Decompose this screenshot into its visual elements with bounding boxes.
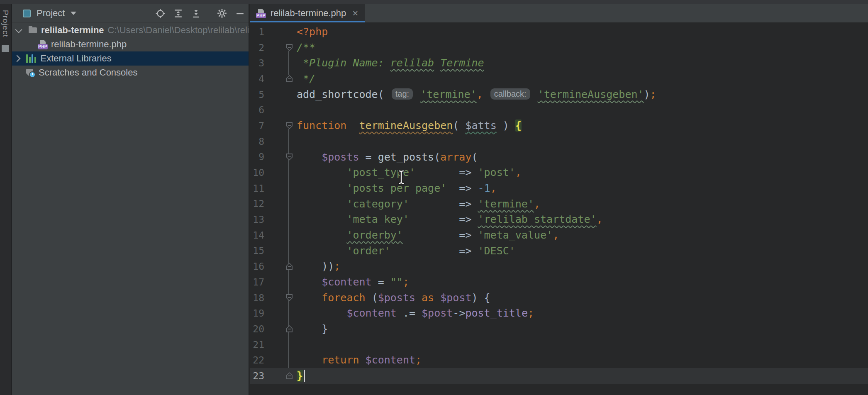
code-line-9[interactable]: 9 $posts = get_posts(array(: [250, 149, 868, 165]
line-number[interactable]: 9: [250, 151, 265, 162]
line-number[interactable]: 7: [250, 120, 265, 131]
code-line-3[interactable]: 3 *Plugin Name: relilab Termine: [250, 55, 868, 71]
close-tab-icon[interactable]: ×: [352, 8, 358, 18]
line-number[interactable]: 12: [250, 198, 265, 209]
gutter-fold-slot: [265, 368, 297, 384]
line-number[interactable]: 23: [250, 371, 265, 381]
line-number[interactable]: 22: [250, 355, 265, 366]
gutter-fold-slot: [265, 305, 297, 321]
code-line-10[interactable]: 10 'post_type' => 'post',: [250, 165, 868, 180]
code-line-19[interactable]: 19 $content .= $post->post_title;: [250, 305, 868, 321]
tree-item-project-root[interactable]: relilab-termine C:\Users\Daniel\Desktop\…: [12, 23, 249, 37]
settings-gear-icon[interactable]: [217, 8, 227, 19]
line-number[interactable]: 17: [250, 277, 265, 288]
code-text: add_shortcode( tag: 'termine', callback:…: [297, 87, 656, 102]
line-number[interactable]: 19: [250, 308, 265, 319]
project-tree: relilab-termine C:\Users\Daniel\Desktop\…: [12, 23, 249, 80]
line-number[interactable]: 2: [250, 42, 265, 53]
code-line-13[interactable]: 13 'meta_key' => 'relilab_startdate',: [250, 212, 868, 227]
tree-item-external-libraries[interactable]: External Libraries: [12, 51, 249, 66]
code-text: */: [297, 71, 315, 87]
code-line-15[interactable]: 15 'order' => 'DESC': [250, 243, 868, 259]
code-line-7[interactable]: 7function termineAusgeben( $atts ) {: [250, 118, 868, 134]
code-text: function termineAusgeben( $atts ) {: [297, 118, 522, 134]
line-number[interactable]: 3: [250, 58, 265, 68]
libraries-icon: [26, 54, 36, 63]
gutter-fold-slot: [265, 321, 297, 337]
code-text: }: [297, 321, 328, 337]
code-text: 'post_type' => 'post',: [297, 165, 522, 180]
line-number[interactable]: 4: [250, 73, 265, 84]
code-text: 'order' => 'DESC': [297, 243, 515, 259]
editor-tab-bar: PHP relilab-termine.php ×: [250, 4, 868, 23]
line-number[interactable]: 1: [250, 27, 265, 37]
line-number[interactable]: 18: [250, 293, 265, 303]
line-number[interactable]: 10: [250, 167, 265, 178]
tree-item-label: External Libraries: [41, 53, 112, 64]
fold-marker-end[interactable]: [286, 75, 293, 82]
code-line-11[interactable]: 11 'posts_per_page' => -1,: [250, 180, 868, 196]
line-number[interactable]: 5: [250, 89, 265, 100]
line-number[interactable]: 6: [250, 105, 265, 115]
tree-item-php-file[interactable]: PHP relilab-termine.php: [12, 37, 249, 51]
gutter-fold-slot: [265, 337, 297, 353]
line-number[interactable]: 20: [250, 324, 265, 334]
fold-marker-end[interactable]: [286, 325, 293, 332]
code-line-20[interactable]: 20 }: [250, 321, 868, 337]
code-line-2[interactable]: 2/**: [250, 40, 868, 56]
mouse-cursor-ibeam: [397, 169, 405, 187]
collapse-all-icon[interactable]: [191, 8, 201, 19]
chevron-right-icon[interactable]: [14, 55, 21, 62]
tool-window-icon[interactable]: [2, 45, 9, 52]
gutter-fold-slot: [265, 274, 297, 290]
line-number[interactable]: 15: [250, 245, 265, 256]
chevron-down-icon[interactable]: [71, 12, 76, 15]
gutter-fold-slot: [265, 180, 297, 196]
expand-all-icon[interactable]: [173, 8, 183, 19]
gutter-fold-slot: [265, 243, 297, 259]
fold-marker-start[interactable]: [286, 294, 293, 301]
tree-item-scratches[interactable]: Scratches and Consoles: [12, 66, 249, 80]
gutter-fold-slot: [265, 258, 297, 274]
line-number[interactable]: 8: [250, 136, 265, 147]
fold-marker-end[interactable]: [286, 372, 293, 379]
scratches-icon: [26, 69, 35, 77]
editor-tab-active[interactable]: PHP relilab-termine.php ×: [250, 4, 365, 22]
line-number[interactable]: 13: [250, 214, 265, 225]
fold-marker-start[interactable]: [286, 44, 293, 51]
editor-area: PHP relilab-termine.php × 1<?php2/**3 *P…: [250, 4, 868, 395]
code-line-4[interactable]: 4 */: [250, 71, 868, 87]
tree-item-label: Scratches and Consoles: [39, 67, 137, 78]
code-text: ));: [297, 258, 340, 274]
select-opened-file-icon[interactable]: [155, 8, 166, 19]
line-number[interactable]: 16: [250, 261, 265, 272]
gutter-fold-slot: [265, 196, 297, 212]
code-text: }: [297, 368, 305, 384]
line-number[interactable]: 11: [250, 183, 265, 194]
line-number[interactable]: 14: [250, 230, 265, 241]
code-line-14[interactable]: 14 'orderby' => 'meta_value',: [250, 227, 868, 243]
tree-item-label: relilab-termine: [41, 25, 104, 36]
code-line-1[interactable]: 1<?php: [250, 24, 868, 40]
gutter-fold-slot: [265, 352, 297, 368]
code-line-16[interactable]: 16 ));: [250, 258, 868, 274]
code-line-22[interactable]: 22 return $content;: [250, 352, 868, 368]
fold-marker-start[interactable]: [286, 122, 293, 129]
code-line-6[interactable]: 6: [250, 102, 868, 118]
code-line-18[interactable]: 18 foreach ($posts as $post) {: [250, 290, 868, 306]
project-stripe-button[interactable]: Project: [1, 10, 10, 37]
code-text: 'category' => 'termine',: [297, 196, 540, 212]
code-line-12[interactable]: 12 'category' => 'termine',: [250, 196, 868, 212]
chevron-down-icon[interactable]: [15, 26, 22, 33]
code-line-17[interactable]: 17 $content = "";: [250, 274, 868, 290]
code-line-5[interactable]: 5add_shortcode( tag: 'termine', callback…: [250, 87, 868, 102]
code-line-23[interactable]: 23}: [250, 368, 868, 384]
code-text: 'orderby' => 'meta_value',: [297, 227, 559, 243]
project-panel-header: Project: [12, 4, 249, 23]
line-number[interactable]: 21: [250, 339, 265, 350]
code-line-8[interactable]: 8: [250, 134, 868, 149]
hide-panel-icon[interactable]: [235, 8, 245, 19]
fold-marker-start[interactable]: [286, 154, 293, 161]
code-line-21[interactable]: 21: [250, 337, 868, 353]
fold-marker-end[interactable]: [286, 263, 293, 270]
